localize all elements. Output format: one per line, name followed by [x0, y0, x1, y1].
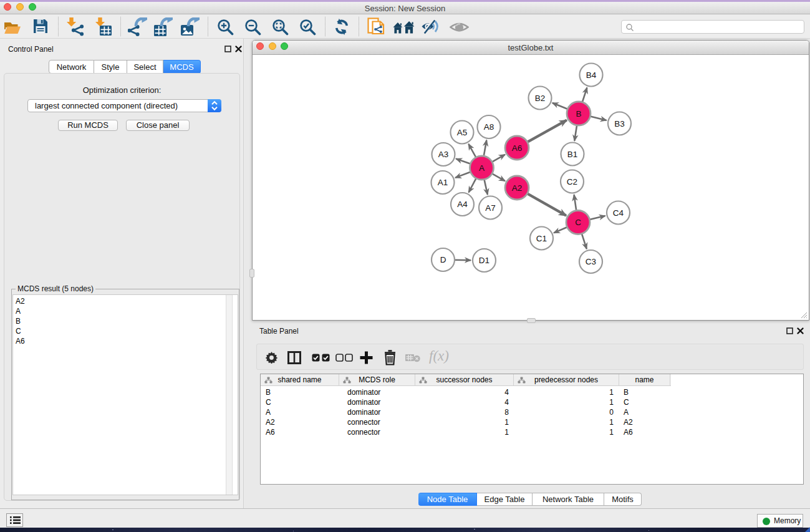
svg-text:B3: B3: [614, 119, 625, 128]
svg-text:A6: A6: [512, 143, 523, 153]
svg-text:D1: D1: [479, 256, 489, 265]
svg-text:D: D: [440, 255, 446, 264]
svg-text:C: C: [575, 218, 581, 227]
svg-text:A2: A2: [512, 183, 523, 193]
svg-text:A5: A5: [457, 128, 468, 137]
svg-text:B: B: [576, 109, 581, 118]
svg-text:C2: C2: [567, 177, 577, 186]
svg-text:B1: B1: [567, 150, 578, 159]
svg-text:C1: C1: [536, 234, 547, 243]
svg-text:A1: A1: [438, 178, 448, 187]
svg-text:C3: C3: [586, 257, 596, 266]
svg-text:B2: B2: [535, 94, 546, 103]
svg-text:A: A: [479, 163, 485, 173]
svg-text:A8: A8: [484, 122, 494, 132]
svg-text:A3: A3: [438, 150, 449, 159]
svg-text:A7: A7: [485, 203, 496, 213]
svg-text:B4: B4: [586, 70, 597, 80]
svg-text:A4: A4: [457, 200, 468, 209]
svg-text:C4: C4: [613, 208, 624, 218]
